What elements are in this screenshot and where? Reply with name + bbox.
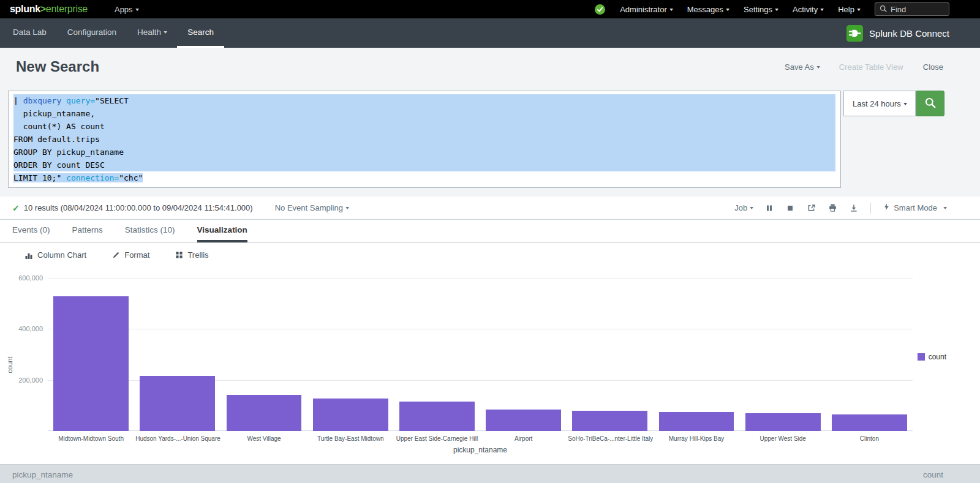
column-header-pickup-ntaname[interactable]: pickup_ntaname bbox=[12, 470, 73, 483]
event-sampling-menu[interactable]: No Event Sampling▾ bbox=[275, 203, 349, 212]
stop-job-button[interactable] bbox=[786, 204, 794, 212]
nav-data-lab-label: Data Lab bbox=[13, 28, 47, 37]
bar-group bbox=[480, 278, 567, 431]
messages-menu[interactable]: Messages▾ bbox=[687, 5, 729, 14]
bar-group bbox=[740, 278, 826, 431]
search-mode-selector[interactable]: Smart Mode▾ bbox=[883, 203, 946, 213]
chart-bar-3[interactable] bbox=[313, 399, 388, 431]
caret-down-icon: ▾ bbox=[135, 7, 139, 12]
apps-menu[interactable]: Apps▾ bbox=[115, 5, 138, 14]
search-bar-area: | dbxquery query="SELECT pickup_ntaname,… bbox=[0, 86, 980, 197]
save-as-button[interactable]: Save As▾ bbox=[785, 62, 820, 72]
bar-group bbox=[826, 278, 913, 431]
y-tick-label: 200,000 bbox=[0, 376, 43, 384]
nav-health[interactable]: Health▾ bbox=[127, 18, 177, 48]
nav-search[interactable]: Search bbox=[177, 18, 224, 48]
nav-search-label: Search bbox=[187, 28, 214, 37]
search-submit-button[interactable] bbox=[916, 91, 944, 116]
search-icon bbox=[880, 5, 887, 14]
administrator-menu[interactable]: Administrator▾ bbox=[620, 5, 673, 14]
share-job-button[interactable] bbox=[807, 203, 816, 212]
apps-menu-label: Apps bbox=[115, 5, 133, 14]
help-menu[interactable]: Help▾ bbox=[838, 5, 860, 14]
query-line[interactable]: count(*) AS count bbox=[13, 120, 835, 133]
statistics-table-header: pickup_ntaname count bbox=[0, 464, 980, 483]
help-label: Help bbox=[838, 5, 854, 14]
bars-container bbox=[48, 278, 913, 431]
chart-bar-4[interactable] bbox=[399, 402, 475, 431]
y-tick-label: 400,000 bbox=[0, 325, 43, 332]
chart-bar-6[interactable] bbox=[572, 411, 647, 431]
query-line[interactable]: ORDER BY count DESC bbox=[13, 159, 835, 171]
pause-job-button[interactable] bbox=[765, 204, 774, 212]
time-range-label: Last 24 hours bbox=[853, 99, 901, 108]
y-tick-label: 600,000 bbox=[0, 274, 43, 282]
nav-data-lab[interactable]: Data Lab bbox=[2, 18, 57, 48]
chart-legend[interactable]: count bbox=[918, 353, 946, 361]
splunk-top-bar: splunk>enterprise Apps▾ Administrator▾ M… bbox=[0, 0, 980, 18]
caret-down-icon: ▾ bbox=[775, 7, 778, 12]
find-input[interactable] bbox=[891, 5, 942, 14]
divider bbox=[870, 203, 871, 214]
settings-menu[interactable]: Settings▾ bbox=[744, 5, 778, 14]
caret-down-icon: ▾ bbox=[726, 7, 729, 12]
health-status-check-icon[interactable] bbox=[595, 4, 605, 15]
trellis-grid-icon bbox=[175, 251, 183, 259]
query-token: dbxquery bbox=[23, 96, 62, 105]
query-token: FROM default.trips bbox=[13, 135, 100, 144]
chart-bar-7[interactable] bbox=[659, 412, 734, 431]
query-line[interactable]: GROUP BY pickup_ntaname bbox=[13, 146, 835, 159]
chart-bar-5[interactable] bbox=[486, 410, 561, 431]
tab-patterns[interactable]: Patterns bbox=[72, 220, 103, 242]
splunk-logo[interactable]: splunk>enterprise bbox=[10, 4, 88, 15]
bar-group bbox=[567, 278, 653, 431]
query-token: LIMIT 10;" bbox=[13, 173, 66, 182]
settings-label: Settings bbox=[744, 5, 772, 14]
x-axis-label: SoHo-TriBeCa-...nter-Little Italy bbox=[567, 435, 653, 442]
pencil-icon bbox=[112, 251, 120, 259]
chart-bar-0[interactable] bbox=[53, 296, 129, 431]
chart-bar-1[interactable] bbox=[140, 376, 215, 431]
x-axis-title: pickup_ntaname bbox=[48, 446, 913, 454]
query-line[interactable]: LIMIT 10;" connection="chc" bbox=[13, 171, 835, 184]
find-search-box[interactable] bbox=[875, 2, 949, 16]
visualization-toolbar: Column Chart Format Trellis bbox=[0, 243, 980, 264]
query-token: pickup_ntaname, bbox=[13, 109, 95, 118]
tab-events[interactable]: Events (0) bbox=[12, 220, 50, 242]
app-identity[interactable]: Splunk DB Connect bbox=[846, 18, 949, 48]
y-axis-title: count bbox=[6, 357, 13, 373]
caret-down-icon: ▾ bbox=[816, 64, 820, 70]
close-button[interactable]: Close bbox=[923, 62, 943, 72]
topbar-right-menus: Administrator▾ Messages▾ Settings▾ Activ… bbox=[595, 2, 949, 16]
bar-group bbox=[307, 278, 394, 431]
column-header-count[interactable]: count bbox=[923, 470, 943, 483]
job-menu[interactable]: Job▾ bbox=[734, 203, 753, 212]
time-range-picker[interactable]: Last 24 hours▾ bbox=[843, 91, 916, 116]
app-title: Splunk DB Connect bbox=[869, 28, 949, 39]
search-query-editor[interactable]: | dbxquery query="SELECT pickup_ntaname,… bbox=[8, 91, 841, 188]
results-summary: 10 results (08/04/2024 11:00:00.000 to 0… bbox=[24, 203, 253, 212]
query-line[interactable]: FROM default.trips bbox=[13, 133, 835, 146]
query-token: GROUP BY pickup_ntaname bbox=[13, 148, 124, 157]
query-line[interactable]: | dbxquery query="SELECT bbox=[13, 94, 835, 107]
trellis-menu[interactable]: Trellis bbox=[175, 250, 208, 260]
chart-bar-2[interactable] bbox=[227, 395, 302, 431]
activity-menu[interactable]: Activity▾ bbox=[793, 5, 823, 14]
chart-bar-8[interactable] bbox=[745, 413, 821, 431]
chart-type-picker[interactable]: Column Chart bbox=[24, 250, 86, 260]
query-line[interactable]: pickup_ntaname, bbox=[13, 107, 835, 120]
tab-visualization[interactable]: Visualization bbox=[197, 220, 247, 242]
nav-configuration[interactable]: Configuration bbox=[57, 18, 127, 48]
search-magnifier-icon bbox=[924, 97, 937, 111]
query-token: query= bbox=[66, 96, 95, 105]
bar-group bbox=[221, 278, 307, 431]
export-download-button[interactable] bbox=[850, 204, 858, 212]
chart-bar-9[interactable] bbox=[832, 414, 907, 432]
bar-group bbox=[48, 278, 134, 431]
print-button[interactable] bbox=[828, 203, 837, 212]
tab-statistics[interactable]: Statistics (10) bbox=[125, 220, 175, 242]
x-axis-label: Upper West Side bbox=[740, 435, 826, 442]
format-menu[interactable]: Format bbox=[112, 250, 149, 260]
query-token: "chc" bbox=[119, 173, 143, 182]
query-token: connection= bbox=[66, 173, 119, 182]
